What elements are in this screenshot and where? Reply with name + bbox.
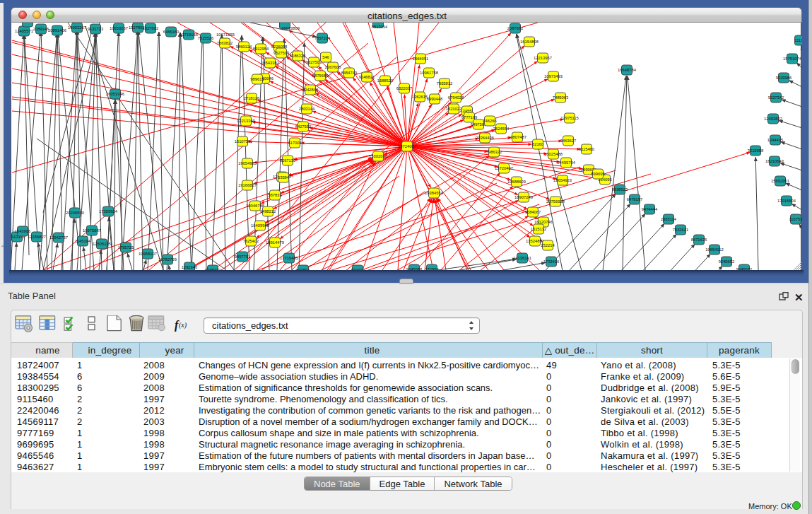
svg-text:9084067: 9084067 bbox=[525, 210, 541, 214]
svg-text:16210643: 16210643 bbox=[765, 159, 784, 163]
svg-text:6466160: 6466160 bbox=[163, 30, 180, 34]
svg-text:15692951: 15692951 bbox=[771, 179, 789, 183]
svg-text:8427552: 8427552 bbox=[295, 124, 312, 129]
svg-text:2089146: 2089146 bbox=[33, 27, 49, 31]
svg-text:20891406: 20891406 bbox=[48, 28, 66, 33]
svg-text:10719155: 10719155 bbox=[180, 33, 198, 37]
svg-text:12213369: 12213369 bbox=[237, 119, 255, 123]
svg-text:417006: 417006 bbox=[288, 141, 301, 145]
svg-text:16648784: 16648784 bbox=[618, 68, 637, 72]
svg-text:14136141: 14136141 bbox=[513, 256, 531, 260]
svg-text:1244415: 1244415 bbox=[767, 138, 784, 142]
svg-text:8454749: 8454749 bbox=[341, 71, 358, 75]
svg-text:20364436: 20364436 bbox=[476, 136, 494, 140]
svg-text:9115460: 9115460 bbox=[579, 147, 594, 151]
svg-text:53594: 53594 bbox=[278, 175, 290, 180]
svg-text:989615: 989615 bbox=[250, 77, 264, 81]
svg-text:(x): (x) bbox=[179, 321, 187, 329]
svg-text:9860124: 9860124 bbox=[236, 45, 252, 49]
svg-text:9777169: 9777169 bbox=[461, 115, 478, 119]
svg-text:18907249: 18907249 bbox=[514, 195, 533, 199]
svg-text:9457791: 9457791 bbox=[235, 255, 251, 259]
svg-text:9227342: 9227342 bbox=[768, 95, 784, 100]
svg-text:1643906: 1643906 bbox=[15, 229, 31, 233]
svg-text:6794028: 6794028 bbox=[448, 95, 464, 100]
svg-text:12942737: 12942737 bbox=[49, 235, 68, 240]
svg-text:1615132: 1615132 bbox=[531, 227, 547, 231]
svg-text:20206550: 20206550 bbox=[66, 211, 84, 215]
svg-text:8813054: 8813054 bbox=[372, 25, 388, 29]
svg-text:26053346: 26053346 bbox=[106, 92, 124, 96]
svg-text:8990448: 8990448 bbox=[427, 97, 443, 101]
svg-text:9146821: 9146821 bbox=[359, 75, 375, 79]
svg-text:7986322: 7986322 bbox=[486, 150, 502, 154]
svg-text:15720407: 15720407 bbox=[495, 166, 513, 170]
svg-text:14495794: 14495794 bbox=[557, 160, 576, 165]
svg-text:7632621: 7632621 bbox=[673, 228, 689, 232]
svg-text:16543382: 16543382 bbox=[261, 61, 279, 65]
svg-text:16154808: 16154808 bbox=[520, 40, 539, 44]
svg-text:7663822: 7663822 bbox=[217, 41, 233, 45]
svg-text:746266: 746266 bbox=[483, 119, 496, 123]
svg-text:10654112: 10654112 bbox=[705, 247, 723, 252]
svg-text:6479197: 6479197 bbox=[627, 197, 643, 201]
svg-text:19654985: 19654985 bbox=[238, 161, 257, 165]
svg-text:12505135: 12505135 bbox=[93, 242, 111, 246]
svg-text:8267130: 8267130 bbox=[280, 158, 296, 163]
svg-text:17359924: 17359924 bbox=[99, 209, 118, 214]
svg-text:587833: 587833 bbox=[268, 193, 281, 197]
svg-text:13654923: 13654923 bbox=[553, 178, 572, 182]
svg-text:12975115: 12975115 bbox=[560, 116, 578, 120]
svg-text:2803144: 2803144 bbox=[299, 107, 315, 111]
svg-text:16914479: 16914479 bbox=[266, 240, 284, 245]
svg-text:8186328: 8186328 bbox=[290, 54, 306, 58]
svg-text:12156827: 12156827 bbox=[28, 235, 46, 239]
svg-text:62160: 62160 bbox=[532, 142, 543, 146]
svg-text:899695: 899695 bbox=[591, 172, 604, 176]
svg-text:1145194: 1145194 bbox=[75, 239, 91, 243]
svg-text:7857224: 7857224 bbox=[314, 36, 331, 40]
svg-text:1795725: 1795725 bbox=[118, 245, 134, 250]
svg-text:2367608: 2367608 bbox=[325, 65, 341, 69]
svg-text:6322037: 6322037 bbox=[396, 86, 413, 90]
svg-text:9131723: 9131723 bbox=[88, 27, 104, 31]
svg-text:10975887: 10975887 bbox=[83, 228, 101, 233]
svg-text:16053267: 16053267 bbox=[68, 25, 86, 30]
svg-text:16782759: 16782759 bbox=[158, 257, 177, 262]
svg-text:17016504: 17016504 bbox=[777, 199, 796, 203]
svg-text:7485063: 7485063 bbox=[553, 95, 569, 100]
svg-text:19166827: 19166827 bbox=[238, 183, 257, 187]
svg-text:1664091: 1664091 bbox=[413, 57, 429, 61]
svg-text:19384554: 19384554 bbox=[425, 191, 444, 195]
svg-text:9527503: 9527503 bbox=[273, 51, 290, 55]
svg-text:10688609: 10688609 bbox=[507, 180, 526, 184]
svg-text:9327503: 9327503 bbox=[306, 60, 322, 64]
svg-text:8912954: 8912954 bbox=[253, 47, 269, 51]
svg-text:10046788: 10046788 bbox=[246, 204, 264, 208]
svg-text:1588520: 1588520 bbox=[377, 78, 394, 83]
svg-text:546: 546 bbox=[322, 55, 329, 59]
svg-text:10958107: 10958107 bbox=[139, 252, 157, 256]
svg-text:9245652: 9245652 bbox=[719, 259, 735, 264]
svg-text:2087682: 2087682 bbox=[507, 26, 524, 30]
svg-text:8938923: 8938923 bbox=[612, 187, 628, 192]
svg-text:5875685: 5875685 bbox=[312, 74, 329, 78]
svg-text:10807487: 10807487 bbox=[508, 135, 526, 139]
svg-text:16033809: 16033809 bbox=[281, 26, 300, 30]
svg-text:1733416: 1733416 bbox=[543, 259, 560, 264]
svg-text:2718126: 2718126 bbox=[244, 96, 260, 100]
svg-text:3215958: 3215958 bbox=[748, 148, 764, 153]
svg-text:9463627: 9463627 bbox=[560, 139, 577, 143]
svg-text:10973493: 10973493 bbox=[544, 74, 563, 78]
svg-text:15302035: 15302035 bbox=[369, 154, 387, 158]
svg-text:116753: 116753 bbox=[789, 217, 802, 221]
svg-text:7955812: 7955812 bbox=[437, 81, 453, 86]
svg-text:10653267: 10653267 bbox=[110, 26, 128, 30]
svg-text:16409948: 16409948 bbox=[251, 223, 269, 228]
svg-text:3624554: 3624554 bbox=[493, 127, 510, 131]
svg-text:11174: 11174 bbox=[794, 38, 802, 42]
svg-text:1610755: 1610755 bbox=[235, 139, 251, 144]
svg-text:13716485: 13716485 bbox=[280, 256, 298, 260]
svg-text:20756928: 20756928 bbox=[546, 199, 565, 204]
svg-text:1292346: 1292346 bbox=[182, 265, 198, 269]
